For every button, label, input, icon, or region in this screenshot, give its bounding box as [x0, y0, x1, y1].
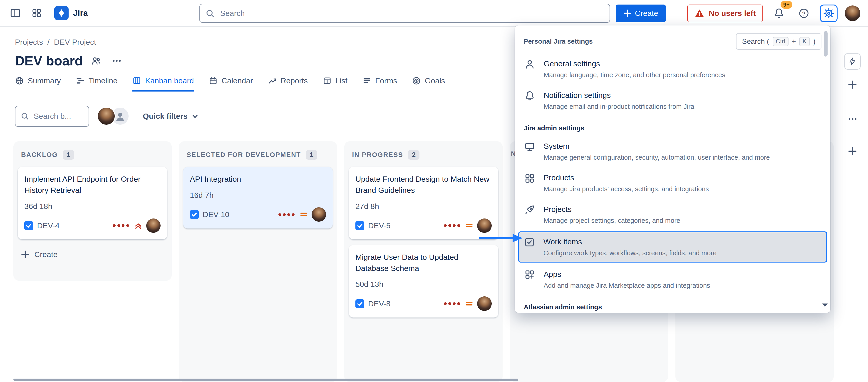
tab-summary[interactable]: Summary [15, 76, 61, 92]
more-horizontal-icon [112, 56, 122, 66]
menu-item-apps[interactable]: Apps Add and manage Jira Marketplace app… [515, 264, 830, 295]
card-estimate: 16d 7h [190, 191, 326, 200]
menu-item-title: Work items [544, 236, 716, 247]
settings-menu-top-row: Personal Jira settings Search ( Ctrl + K… [515, 26, 830, 53]
tab-label: Kanban board [145, 76, 194, 85]
automation-button[interactable] [844, 53, 861, 70]
board-card-selected[interactable]: API Integration 16d 7h DEV-10 [183, 167, 333, 228]
column-count-badge: 1 [306, 150, 317, 160]
timeline-icon [76, 76, 85, 85]
no-users-left-button[interactable]: No users left [687, 4, 763, 22]
svg-text:?: ? [802, 10, 806, 17]
bell-icon [524, 90, 536, 101]
menu-item-notification-settings[interactable]: Notification settings Manage email and i… [515, 85, 830, 116]
app-switcher-button[interactable] [28, 4, 45, 22]
column-name: IN PROGRESS [352, 151, 403, 159]
calendar-icon [209, 76, 218, 85]
tab-list[interactable]: List [323, 76, 347, 92]
settings-dropdown-menu: Personal Jira settings Search ( Ctrl + K… [515, 26, 830, 313]
personal-settings-header: Personal Jira settings [524, 38, 593, 45]
help-icon: ? [798, 7, 810, 19]
table-icon [323, 76, 332, 85]
plus-icon [848, 80, 857, 89]
tab-label: Summary [28, 76, 61, 85]
assignee-avatar[interactable] [146, 219, 161, 233]
settings-search-label: Search ( [742, 37, 769, 46]
menu-item-products[interactable]: Products Manage Jira products' access, s… [515, 167, 830, 199]
board-more-button[interactable] [108, 53, 125, 69]
tab-reports[interactable]: Reports [268, 76, 308, 92]
board-options-button[interactable] [844, 111, 861, 127]
board-search[interactable] [15, 106, 89, 127]
menu-item-description: Manage general configuration, security, … [544, 153, 770, 162]
card-footer: DEV-5 [355, 219, 492, 233]
tab-kanban-board[interactable]: Kanban board [132, 76, 194, 92]
breadcrumb: Projects / DEV Project [15, 38, 96, 46]
sidebar-toggle-button[interactable] [7, 4, 24, 22]
assignee-avatar[interactable] [477, 296, 492, 311]
person-icon [114, 110, 126, 122]
menu-item-system[interactable]: System Manage general configuration, sec… [515, 135, 830, 167]
quick-filters-button[interactable]: Quick filters [140, 111, 202, 121]
menu-item-description: Manage Jira products' access, settings, … [544, 184, 709, 194]
global-search-input[interactable] [219, 8, 604, 19]
gear-icon [823, 8, 834, 19]
breadcrumb-projects-link[interactable]: Projects [15, 38, 43, 46]
create-button[interactable]: Create [616, 4, 666, 22]
menu-item-description: Configure work types, workflows, screens… [544, 249, 716, 258]
no-users-left-label: No users left [709, 9, 756, 18]
time-in-column-dots [278, 213, 294, 216]
board-card[interactable]: Implement API Endpoint for Order History… [18, 167, 167, 240]
kbd-ctrl: Ctrl [773, 37, 788, 46]
breadcrumb-project-link[interactable]: DEV Project [54, 38, 96, 46]
board-right-rail [844, 53, 861, 159]
settings-search-button[interactable]: Search ( Ctrl + K ) [736, 33, 822, 50]
task-type-icon [355, 299, 364, 308]
assignee-avatar[interactable] [477, 219, 492, 233]
dropdown-scroll-down-arrow[interactable] [822, 299, 828, 310]
target-icon [412, 76, 421, 85]
menu-item-projects[interactable]: Projects Manage project settings, catego… [515, 199, 830, 230]
tab-calendar[interactable]: Calendar [209, 76, 253, 92]
settings-button[interactable] [820, 4, 838, 22]
board-search-input[interactable] [32, 111, 84, 121]
menu-item-text: Work items Configure work types, workflo… [544, 236, 716, 258]
tab-forms[interactable]: Forms [363, 76, 397, 92]
help-button[interactable]: ? [795, 4, 813, 22]
monitor-icon [524, 140, 536, 152]
menu-item-general-settings[interactable]: General settings Manage language, time z… [515, 53, 830, 85]
top-navigation-bar: Jira Create No users left 9+ ? [0, 0, 868, 27]
dropdown-scrollbar-thumb[interactable] [824, 31, 828, 57]
menu-item-text: System Manage general configuration, sec… [544, 140, 770, 162]
lightning-icon [848, 57, 857, 66]
column-count-badge: 2 [408, 150, 420, 160]
card-footer: DEV-4 [24, 219, 161, 233]
card-title: Implement API Endpoint for Order History… [24, 173, 161, 196]
menu-item-work-items[interactable]: Work items Configure work types, workflo… [518, 231, 827, 262]
menu-item-title: General settings [544, 58, 725, 69]
tab-goals[interactable]: Goals [412, 76, 445, 92]
rail-add-button[interactable] [844, 76, 861, 93]
jira-logo[interactable]: Jira [54, 6, 88, 20]
app-name: Jira [73, 8, 88, 18]
menu-item-description: Manage language, time zone, and other pe… [544, 70, 725, 80]
card-key: DEV-4 [37, 221, 60, 230]
task-type-icon [24, 221, 33, 230]
add-column-button[interactable] [844, 143, 861, 159]
board-horizontal-scrollbar[interactable] [13, 379, 518, 381]
jira-logo-icon [54, 6, 69, 20]
menu-item-title: Apps [544, 269, 710, 280]
board-collaborators-button[interactable] [87, 53, 104, 69]
globe-icon [15, 76, 24, 85]
grid-icon [524, 172, 536, 184]
tab-timeline[interactable]: Timeline [76, 76, 118, 92]
column-name: SELECTED FOR DEVELOPMENT [186, 151, 301, 159]
user-avatar[interactable] [845, 5, 860, 21]
card-key: DEV-5 [368, 221, 391, 230]
column-create-button[interactable]: Create [18, 245, 61, 264]
board-card[interactable]: Migrate User Data to Updated Database Sc… [349, 245, 498, 318]
assignee-avatar[interactable] [312, 208, 326, 222]
board-card[interactable]: Update Frontend Design to Match New Bran… [349, 167, 498, 240]
global-search[interactable] [199, 4, 610, 23]
member-avatar[interactable] [97, 107, 116, 126]
